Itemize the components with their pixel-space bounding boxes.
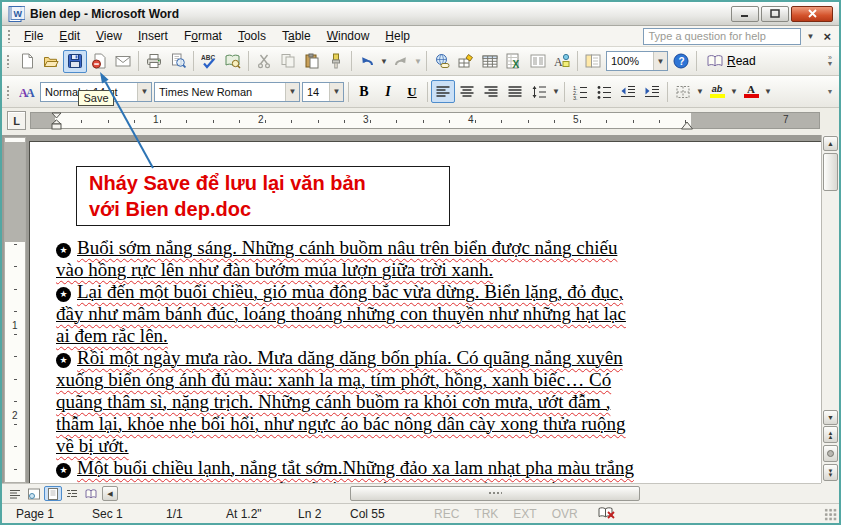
- print-button[interactable]: [142, 50, 166, 73]
- menu-item[interactable]: Help: [377, 27, 418, 45]
- menu-item[interactable]: Format: [176, 27, 230, 45]
- vertical-scroll-thumb[interactable]: [823, 153, 838, 191]
- menu-item[interactable]: View: [88, 27, 130, 45]
- insert-hyperlink-button[interactable]: [430, 50, 454, 73]
- undo-button[interactable]: [355, 50, 379, 73]
- maximize-button[interactable]: [761, 6, 789, 22]
- select-browse-object-button[interactable]: [823, 445, 838, 462]
- previous-page-button[interactable]: ▲▲: [823, 426, 838, 443]
- new-document-button[interactable]: [15, 50, 39, 73]
- normal-view-button[interactable]: [6, 486, 24, 501]
- vertical-scrollbar[interactable]: ▲ ▼ ▲▲ ▼▼: [821, 135, 839, 483]
- redo-dropdown-icon[interactable]: ▼: [413, 50, 423, 73]
- spelling-grammar-button[interactable]: ABC: [197, 50, 221, 73]
- align-left-button[interactable]: [431, 80, 455, 103]
- menu-item[interactable]: Insert: [130, 27, 176, 45]
- border-dropdown-icon[interactable]: ▼: [695, 80, 705, 103]
- status-mode-toggle[interactable]: EXT: [513, 507, 536, 521]
- zoom-select[interactable]: 100%▼: [606, 51, 668, 71]
- status-mode-toggle[interactable]: REC: [434, 507, 459, 521]
- underline-button[interactable]: U: [400, 80, 424, 103]
- insert-table-button[interactable]: [478, 50, 502, 73]
- question-dropdown-icon[interactable]: ▼: [806, 32, 814, 41]
- status-mode-toggle[interactable]: TRK: [474, 507, 498, 521]
- copy-button[interactable]: [276, 50, 300, 73]
- styles-and-formatting-button[interactable]: AA: [15, 80, 39, 103]
- outline-view-button[interactable]: [63, 486, 81, 501]
- italic-button[interactable]: I: [376, 80, 400, 103]
- menu-close-icon[interactable]: ×: [819, 29, 835, 44]
- next-page-button[interactable]: ▼▼: [823, 464, 838, 481]
- scroll-left-button[interactable]: ◀: [102, 486, 118, 501]
- tables-and-borders-button[interactable]: [454, 50, 478, 73]
- read-button[interactable]: Read: [700, 51, 763, 71]
- horizontal-scroll-thumb[interactable]: [350, 486, 640, 501]
- toolbar-options-chevron[interactable]: ▼: [824, 89, 836, 95]
- save-button[interactable]: [63, 50, 87, 73]
- increase-indent-button[interactable]: [640, 80, 664, 103]
- indent-markers[interactable]: [51, 112, 62, 131]
- document-map-button[interactable]: [581, 50, 605, 73]
- menu-item[interactable]: Tools: [230, 27, 274, 45]
- line-spacing-button[interactable]: [527, 80, 551, 103]
- font-color-button[interactable]: A: [739, 80, 763, 103]
- columns-button[interactable]: [526, 50, 550, 73]
- horizontal-scroll-track[interactable]: [120, 486, 819, 502]
- toolbar-grip[interactable]: [6, 54, 11, 68]
- bold-button[interactable]: B: [352, 80, 376, 103]
- spelling-status-icon[interactable]: [598, 506, 616, 521]
- highlight-button[interactable]: ab: [705, 80, 729, 103]
- menu-item[interactable]: Window: [319, 27, 378, 45]
- star-bullet-icon: ★: [56, 287, 71, 302]
- open-button[interactable]: [39, 50, 63, 73]
- right-indent-marker[interactable]: [681, 122, 693, 130]
- resize-grip[interactable]: [824, 508, 837, 521]
- toolbar-grip[interactable]: [6, 85, 11, 99]
- paste-button[interactable]: [300, 50, 324, 73]
- format-painter-button[interactable]: [324, 50, 348, 73]
- cut-button[interactable]: [252, 50, 276, 73]
- center-button[interactable]: [455, 80, 479, 103]
- menu-item[interactable]: File: [16, 27, 51, 45]
- menu-item[interactable]: Table: [274, 27, 319, 45]
- print-layout-view-button[interactable]: [44, 486, 62, 501]
- star-bullet-icon: ★: [56, 243, 71, 258]
- drawing-button[interactable]: A: [550, 50, 574, 73]
- font-color-dropdown-icon[interactable]: ▼: [763, 80, 773, 103]
- scroll-up-button[interactable]: ▲: [823, 136, 838, 151]
- numbering-button[interactable]: 1.2.3.: [568, 80, 592, 103]
- menu-grip[interactable]: [7, 29, 12, 43]
- toolbar-options-chevron[interactable]: »▼: [824, 55, 836, 67]
- permission-button[interactable]: [87, 50, 111, 73]
- tab-selector[interactable]: L: [7, 111, 26, 130]
- ruler-number: 1: [153, 114, 159, 125]
- web-layout-view-button[interactable]: [25, 486, 43, 501]
- formatting-toolbar: AA Normal + 14 pt▼ Times New Roman▼ 14▼ …: [2, 76, 839, 108]
- font-size-select[interactable]: 14▼: [302, 82, 344, 102]
- highlight-dropdown-icon[interactable]: ▼: [729, 80, 739, 103]
- bullets-button[interactable]: [592, 80, 616, 103]
- research-button[interactable]: [221, 50, 245, 73]
- minimize-button[interactable]: [731, 6, 759, 22]
- email-button[interactable]: [111, 50, 135, 73]
- document-page[interactable]: Nháy Save để lưu lại văn bản với Bien de…: [29, 141, 821, 483]
- title-bar[interactable]: W Bien dep - Microsoft Word: [2, 2, 839, 26]
- line-spacing-dropdown-icon[interactable]: ▼: [551, 80, 561, 103]
- print-preview-button[interactable]: [166, 50, 190, 73]
- status-mode-toggle[interactable]: OVR: [552, 507, 578, 521]
- undo-dropdown-icon[interactable]: ▼: [379, 50, 389, 73]
- align-right-button[interactable]: [479, 80, 503, 103]
- document-text[interactable]: ★Buổi sớm nắng sáng. Những cánh buồm nâu…: [56, 237, 816, 483]
- question-for-help-input[interactable]: Type a question for help: [643, 28, 801, 45]
- scroll-down-button[interactable]: ▼: [823, 410, 838, 425]
- redo-button[interactable]: [389, 50, 413, 73]
- font-select[interactable]: Times New Roman▼: [154, 82, 300, 102]
- decrease-indent-button[interactable]: [616, 80, 640, 103]
- justify-button[interactable]: [503, 80, 527, 103]
- border-button[interactable]: [671, 80, 695, 103]
- close-button[interactable]: [791, 6, 833, 22]
- insert-excel-worksheet-button[interactable]: X: [502, 50, 526, 73]
- menu-item[interactable]: Edit: [51, 27, 88, 45]
- help-button[interactable]: ?: [669, 50, 693, 73]
- reading-layout-view-button[interactable]: [82, 486, 100, 501]
